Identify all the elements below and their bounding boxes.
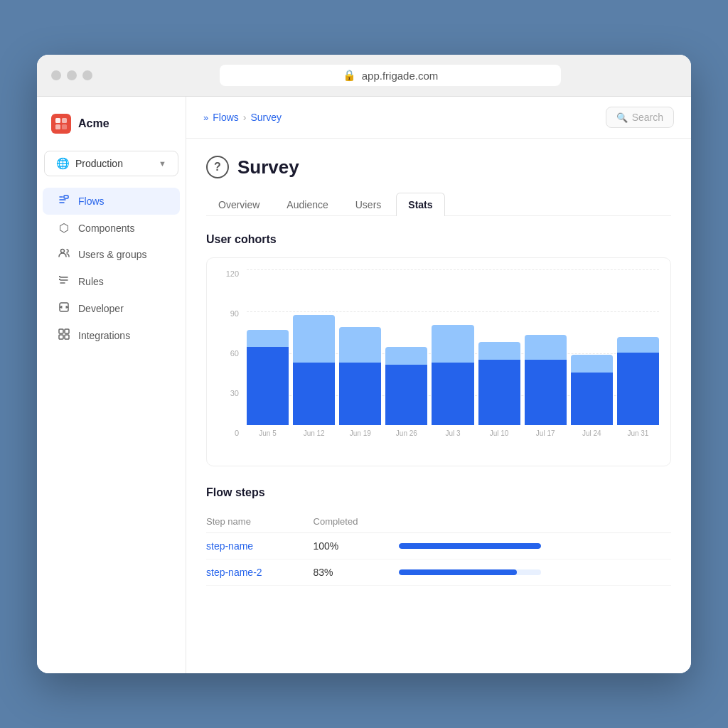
env-label: Production: [75, 158, 123, 169]
bar-stack: [617, 337, 659, 425]
y-label-30: 30: [218, 389, 243, 397]
bar-top: [525, 335, 567, 360]
components-icon: ⬡: [57, 221, 71, 235]
svg-rect-13: [65, 329, 69, 333]
bar-x-label: Jul 10: [490, 429, 509, 437]
bar-stack: [339, 327, 381, 425]
sidebar-item-developer-label: Developer: [78, 303, 124, 314]
traffic-light-maximize[interactable]: [82, 70, 92, 80]
svg-rect-3: [62, 124, 67, 129]
tab-audience[interactable]: Audience: [274, 193, 340, 216]
bars-wrapper: Jun 5Jun 12Jun 19Jun 26Jul 3Jul 10Jul 17…: [247, 269, 659, 437]
bar-group: Jun 5: [247, 269, 289, 437]
progress-bar-fill: [399, 543, 541, 549]
breadcrumb-survey-link[interactable]: Survey: [250, 112, 282, 123]
top-bar: » Flows › Survey 🔍 Search: [186, 97, 691, 139]
tab-overview[interactable]: Overview: [206, 193, 272, 216]
search-label: Search: [632, 112, 663, 123]
search-box[interactable]: 🔍 Search: [606, 107, 674, 128]
svg-rect-15: [65, 335, 69, 339]
bar-bottom: [339, 363, 381, 425]
sidebar: Acme 🌐 Production ▼ Flows: [37, 97, 186, 673]
page-title-row: ? Survey: [206, 156, 671, 178]
progress-bar-fill: [399, 569, 517, 575]
logo-icon: [51, 114, 71, 134]
chart-y-labels: 120 90 60 30 0: [218, 269, 243, 437]
flow-steps-title: Flow steps: [206, 486, 671, 499]
users-icon: [57, 247, 71, 262]
breadcrumb-flows-link[interactable]: Flows: [213, 112, 239, 123]
progress-bar-container: [399, 543, 541, 549]
step-pct: 100%: [314, 533, 399, 560]
svg-rect-12: [59, 329, 63, 333]
lock-icon: 🔒: [343, 69, 356, 82]
traffic-light-close[interactable]: [51, 70, 61, 80]
bar-group: Jul 24: [571, 269, 613, 437]
step-name-link[interactable]: step-name: [206, 540, 253, 552]
bar-bottom: [617, 353, 659, 425]
bar-stack: [432, 325, 473, 425]
user-cohorts-section: User cohorts 120 90 60 30 0: [206, 233, 671, 466]
env-selector[interactable]: 🌐 Production ▼: [44, 151, 178, 176]
sidebar-item-rules[interactable]: Rules: [43, 268, 180, 295]
sidebar-logo: Acme: [37, 108, 186, 145]
bar-group: Jul 10: [478, 269, 520, 437]
bar-group: Jun 12: [293, 269, 335, 437]
developer-icon: [57, 301, 71, 316]
address-bar[interactable]: 🔒 app.frigade.com: [220, 65, 561, 86]
breadcrumb-sep: ›: [243, 112, 247, 123]
bar-bottom: [525, 360, 567, 425]
bar-top: [247, 330, 289, 348]
breadcrumb: » Flows › Survey: [203, 112, 282, 123]
progress-bar-container: [399, 569, 541, 575]
bar-top: [385, 347, 427, 365]
bar-x-label: Jun 5: [259, 429, 276, 437]
traffic-light-minimize[interactable]: [67, 70, 77, 80]
step-name-link[interactable]: step-name-2: [206, 567, 262, 578]
bar-top: [617, 337, 659, 352]
sidebar-item-developer[interactable]: Developer: [43, 295, 180, 322]
step-progress-bar: [399, 560, 671, 586]
svg-rect-1: [62, 118, 67, 123]
tabs: Overview Audience Users Stats: [206, 193, 671, 216]
step-progress-bar: [399, 533, 671, 560]
bar-top: [293, 315, 335, 363]
nav-section: Flows ⬡ Components Users & groups: [37, 182, 186, 355]
main-content: » Flows › Survey 🔍 Search ? Survey: [186, 97, 691, 673]
svg-rect-4: [64, 196, 68, 198]
sidebar-item-components-label: Components: [78, 223, 134, 234]
bar-group: Jun 26: [385, 269, 427, 437]
step-pct: 83%: [314, 560, 399, 586]
bar-top: [339, 327, 381, 362]
svg-rect-10: [59, 279, 60, 280]
sidebar-item-integrations-label: Integrations: [78, 330, 130, 341]
bar-bottom: [478, 360, 520, 425]
bar-x-label: Jul 24: [582, 429, 601, 437]
sidebar-item-integrations[interactable]: Integrations: [43, 322, 180, 349]
y-label-90: 90: [218, 309, 243, 318]
tab-users[interactable]: Users: [343, 193, 394, 216]
sidebar-item-flows[interactable]: Flows: [43, 188, 180, 215]
browser-chrome: 🔒 app.frigade.com: [37, 55, 691, 97]
user-cohorts-title: User cohorts: [206, 233, 671, 246]
svg-rect-2: [55, 124, 60, 129]
page-title: Survey: [237, 156, 299, 178]
bar-group: Jun 31: [617, 269, 659, 437]
sidebar-item-users[interactable]: Users & groups: [43, 241, 180, 268]
tab-stats[interactable]: Stats: [396, 193, 444, 216]
bar-top: [571, 355, 613, 373]
bar-group: Jul 17: [525, 269, 567, 437]
svg-point-5: [61, 250, 65, 253]
traffic-lights: [51, 70, 92, 80]
bar-x-label: Jun 12: [304, 429, 325, 437]
bar-group: Jul 3: [432, 269, 473, 437]
col-completed: Completed: [314, 510, 399, 533]
bar-top: [478, 342, 520, 360]
search-icon: 🔍: [616, 112, 628, 123]
sidebar-item-users-label: Users & groups: [78, 249, 146, 260]
y-label-60: 60: [218, 349, 243, 358]
app-container: Acme 🌐 Production ▼ Flows: [37, 97, 691, 673]
bar-stack: [525, 335, 567, 425]
sidebar-item-components[interactable]: ⬡ Components: [43, 215, 180, 241]
sidebar-item-flows-label: Flows: [78, 196, 105, 207]
